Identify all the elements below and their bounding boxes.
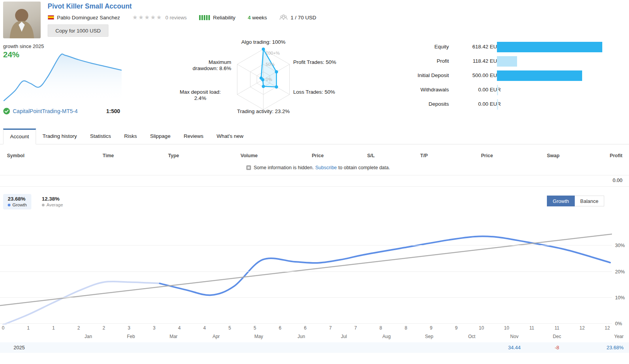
stat-value: 500.00 EUR bbox=[451, 72, 501, 78]
reviews-link[interactable]: 0 reviews bbox=[165, 15, 187, 21]
account-stats: Equity618.42 EURProfit118.42 EURInitial … bbox=[403, 40, 604, 112]
x-tick: 10 bbox=[479, 325, 484, 331]
orders-table-header: SymbolTimeTypeVolumePriceS/LT/PPriceSwap… bbox=[0, 153, 629, 162]
server-link[interactable]: CapitalPointTrading-MT5-4 bbox=[13, 108, 78, 114]
spain-flag-icon bbox=[48, 15, 54, 20]
column-header-type-2: Type bbox=[168, 153, 179, 158]
reliability-label: Reliability bbox=[213, 15, 235, 21]
stat-bar bbox=[497, 56, 602, 67]
tab-what-s-new[interactable]: What's new bbox=[210, 129, 250, 144]
x-tick: 11 bbox=[529, 325, 534, 331]
x-tick: 8 bbox=[380, 325, 382, 331]
gridline-10 bbox=[0, 297, 612, 298]
x-tick: 7 bbox=[354, 325, 357, 331]
x-tick: 4 bbox=[178, 325, 181, 331]
stat-label: Initial Deposit bbox=[403, 72, 449, 78]
growth-dot-icon bbox=[8, 204, 10, 206]
stat-row-initial-deposit: Initial Deposit500.00 EUR bbox=[403, 69, 604, 83]
month-label-aug: Aug bbox=[382, 334, 390, 339]
growth-chart: 0%10%20%30% bbox=[0, 211, 629, 325]
rating-stars-icon: ★★★★★ bbox=[132, 14, 162, 21]
copy-button[interactable]: Copy for 1000 USD bbox=[48, 24, 108, 37]
growth-caption: growth since 2025 bbox=[3, 43, 123, 49]
month-label-jul: Jul bbox=[341, 334, 347, 339]
x-tick: 2 bbox=[103, 325, 105, 331]
legend-average-chip[interactable]: 12.38% Average bbox=[37, 194, 68, 209]
growth-value: 24% bbox=[3, 50, 123, 59]
average-percent: 12.38% bbox=[42, 196, 63, 202]
stat-label: Profit bbox=[403, 58, 449, 64]
author-row: Pablo Dominguez Sanchez ★★★★★ 0 reviews … bbox=[48, 14, 316, 21]
x-tick: 6 bbox=[279, 325, 282, 331]
stat-row-deposits: Deposits0.00 EUR bbox=[403, 98, 604, 112]
server-row: CapitalPointTrading-MT5-4 1:500 bbox=[3, 108, 120, 115]
stat-bar bbox=[497, 70, 602, 81]
year-value-nov: 34.44 bbox=[508, 345, 521, 350]
month-label-jun: Jun bbox=[297, 334, 305, 339]
month-label-oct: Oct bbox=[468, 334, 476, 339]
column-header-time-1: Time bbox=[103, 153, 114, 158]
svg-text:50%: 50% bbox=[266, 62, 275, 67]
chart-mode-toggle: Growth Balance bbox=[547, 196, 604, 206]
x-tick: 7 bbox=[329, 325, 332, 331]
radar-label-trading-activity: Trading activity: 23.2% bbox=[174, 108, 352, 115]
stat-row-equity: Equity618.42 EUR bbox=[403, 40, 604, 55]
average-legend-label: Average bbox=[46, 203, 63, 207]
gridline-30 bbox=[0, 245, 612, 246]
stat-label: Equity bbox=[403, 44, 449, 50]
column-header-sl-5: S/L bbox=[367, 153, 375, 158]
year-value-dec: -8 bbox=[555, 345, 559, 350]
y-axis-label: 10% bbox=[615, 295, 625, 300]
growth-percent: 23.68% bbox=[8, 196, 27, 202]
tab-reviews[interactable]: Reviews bbox=[177, 129, 210, 144]
signal-radar-chart: 100+%50%0% Algo trading: 100% Profit Tra… bbox=[174, 37, 352, 124]
tab-statistics[interactable]: Statistics bbox=[84, 129, 118, 144]
svg-text:100+%: 100+% bbox=[266, 51, 280, 55]
radar-label-loss-trades: Loss Trades: 50% bbox=[293, 89, 335, 95]
x-tick: 1 bbox=[27, 325, 30, 331]
x-axis-months: JanFebMarAprMayJunJulAugSepOctNovDecYear bbox=[0, 334, 629, 341]
author-link[interactable]: Pablo Dominguez Sanchez bbox=[57, 15, 120, 21]
subscribers-icon bbox=[279, 14, 288, 21]
tab-trading-history[interactable]: Trading history bbox=[36, 129, 84, 144]
stat-bar bbox=[497, 42, 602, 52]
x-tick: 6 bbox=[304, 325, 307, 331]
balance-toggle-button[interactable]: Balance bbox=[575, 196, 604, 206]
y-axis-label: 20% bbox=[615, 269, 625, 275]
total-row: 0.00 bbox=[0, 177, 629, 185]
tab-risks[interactable]: Risks bbox=[118, 129, 144, 144]
legend-growth-chip[interactable]: 23.68% Growth bbox=[3, 194, 31, 209]
stat-value: 618.42 EUR bbox=[451, 44, 501, 50]
month-label-feb: Feb bbox=[127, 334, 135, 339]
month-label-apr: Apr bbox=[213, 334, 220, 339]
month-label-mar: Mar bbox=[170, 334, 178, 339]
divider bbox=[0, 175, 629, 175]
average-dot-icon bbox=[42, 204, 45, 206]
x-tick: 9 bbox=[455, 325, 458, 331]
x-tick: 1 bbox=[52, 325, 55, 331]
x-tick: 11 bbox=[555, 325, 559, 331]
growth-legend-label: Growth bbox=[12, 203, 27, 207]
year-value-year: 23.68% bbox=[607, 345, 624, 350]
x-tick: 4 bbox=[203, 325, 206, 331]
stat-bar bbox=[497, 99, 602, 110]
svg-text:0%: 0% bbox=[266, 77, 272, 82]
x-tick: 8 bbox=[405, 325, 407, 331]
tab-slippage[interactable]: Slippage bbox=[144, 129, 177, 144]
trader-avatar bbox=[3, 2, 41, 38]
growth-toggle-button[interactable]: Growth bbox=[547, 196, 575, 206]
tab-account[interactable]: Account bbox=[3, 129, 36, 144]
stat-value: 118.42 EUR bbox=[451, 58, 501, 64]
radar-label-algo-trading: Algo trading: 100% bbox=[174, 39, 352, 45]
column-header-tp-6: T/P bbox=[420, 153, 428, 158]
column-header-price-4: Price bbox=[312, 153, 324, 158]
radar-label-max-drawdown: Maximumdrawdown: 8.6% bbox=[169, 59, 231, 72]
stat-bar bbox=[497, 85, 602, 95]
radar-label-profit-trades: Profit Trades: 50% bbox=[293, 59, 336, 65]
subscribe-link[interactable]: Subscribe bbox=[315, 165, 337, 170]
stat-row-withdrawals: Withdrawals0.00 EUR bbox=[403, 83, 604, 98]
year-axis-label: Year bbox=[614, 334, 624, 339]
gridline-20 bbox=[0, 271, 612, 272]
stat-value: 0.00 EUR bbox=[451, 87, 501, 93]
radar-label-max-deposit-load: Max deposit load:2.4% bbox=[169, 89, 231, 101]
